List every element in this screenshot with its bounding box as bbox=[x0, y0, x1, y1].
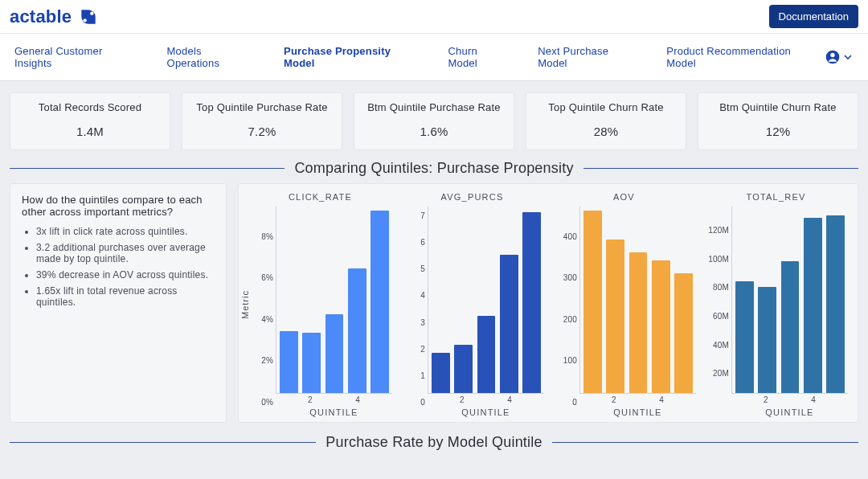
bar bbox=[522, 212, 541, 393]
y-ticks: 0%2%4%6%8% bbox=[249, 207, 276, 393]
kpi-value: 1.6% bbox=[361, 125, 507, 138]
nav-tab[interactable]: Product Recommendation Model bbox=[661, 34, 818, 80]
section-title: Purchase Rate by Model Quintile bbox=[326, 434, 542, 451]
bar bbox=[454, 345, 473, 393]
x-tick: 4 bbox=[811, 395, 816, 404]
user-menu[interactable] bbox=[818, 43, 858, 72]
x-ticks: 24 bbox=[428, 394, 544, 404]
kpi-value: 7.2% bbox=[189, 125, 335, 138]
y-ticks: 20M40M60M80M100M120M bbox=[705, 207, 732, 393]
chart-panel: TOTAL_REV20M40M60M80M100M120M24QUINTILE bbox=[704, 192, 848, 417]
bar bbox=[371, 211, 389, 393]
y-tick: 60M bbox=[713, 311, 729, 320]
nav-tab[interactable]: Churn Model bbox=[443, 34, 510, 80]
kpi-card: Btm Quintile Churn Rate12% bbox=[698, 92, 858, 150]
bar bbox=[583, 211, 602, 393]
note-bullet: 3x lift in click rate across quintiles. bbox=[36, 226, 215, 237]
svg-point-3 bbox=[830, 53, 834, 57]
note-bullets: 3x lift in click rate across quintiles.3… bbox=[22, 226, 215, 308]
y-tick: 2 bbox=[420, 344, 425, 353]
bar bbox=[302, 333, 321, 393]
divider bbox=[552, 442, 858, 443]
y-tick: 0% bbox=[261, 398, 273, 407]
chart-plot: 01234567 bbox=[428, 207, 544, 394]
y-tick: 6 bbox=[420, 238, 425, 247]
bar bbox=[500, 255, 518, 393]
kpi-label: Btm Quintile Purchase Rate bbox=[361, 101, 507, 113]
y-tick: 5 bbox=[420, 264, 425, 273]
y-tick: 4% bbox=[261, 314, 273, 323]
kpi-card: Total Records Scored1.4M bbox=[10, 92, 170, 150]
kpi-row: Total Records Scored1.4MTop Quintile Pur… bbox=[0, 81, 868, 157]
y-tick: 4 bbox=[420, 291, 425, 300]
y-tick: 100M bbox=[708, 254, 729, 263]
bar bbox=[735, 281, 754, 393]
bar bbox=[758, 287, 776, 393]
nav-tab[interactable]: Next Purchase Model bbox=[533, 34, 639, 80]
kpi-label: Top Quintile Churn Rate bbox=[533, 101, 679, 113]
kpi-card: Top Quintile Churn Rate28% bbox=[526, 92, 686, 150]
kpi-card: Btm Quintile Purchase Rate1.6% bbox=[354, 92, 514, 150]
top-bar: actable Documentation bbox=[0, 0, 868, 34]
bar bbox=[674, 273, 693, 394]
y-tick: 80M bbox=[713, 283, 729, 292]
bar bbox=[326, 314, 344, 393]
x-tick: 2 bbox=[460, 395, 465, 404]
bar bbox=[629, 252, 648, 393]
y-tick: 7 bbox=[420, 211, 425, 220]
chevron-down-icon bbox=[844, 53, 852, 61]
chart-title: TOTAL_REV bbox=[704, 192, 848, 202]
kpi-label: Total Records Scored bbox=[17, 101, 163, 113]
note-bullet: 3.2 additional purchases over average ma… bbox=[36, 242, 215, 264]
divider bbox=[10, 442, 316, 443]
bar bbox=[652, 260, 670, 393]
quintile-charts: Metric CLICK_RATE0%2%4%6%8%24QUINTILEAVG… bbox=[248, 192, 848, 417]
section-heading-purchase-rate: Purchase Rate by Model Quintile bbox=[0, 431, 868, 457]
brand-mark-icon bbox=[78, 6, 99, 27]
bar bbox=[606, 240, 624, 393]
y-tick: 20M bbox=[713, 369, 729, 378]
y-tick: 400 bbox=[563, 231, 577, 240]
y-tick: 100 bbox=[563, 356, 577, 365]
chart-panel: AOV010020030040024QUINTILE bbox=[552, 192, 696, 417]
y-tick: 0 bbox=[572, 398, 577, 407]
insight-note: How do the quintiles compare to each oth… bbox=[10, 183, 227, 423]
chart-panel: CLICK_RATE0%2%4%6%8%24QUINTILE bbox=[248, 192, 392, 417]
nav-tab[interactable]: Models Operations bbox=[162, 34, 256, 80]
chart-plot: 0%2%4%6%8% bbox=[276, 207, 392, 394]
brand-logo: actable bbox=[10, 6, 99, 27]
x-tick: 4 bbox=[659, 395, 664, 404]
y-ticks: 01234567 bbox=[401, 207, 428, 393]
x-tick: 2 bbox=[308, 395, 313, 404]
bar bbox=[477, 316, 496, 393]
x-tick: 2 bbox=[764, 395, 768, 404]
x-axis-label: QUINTILE bbox=[276, 407, 392, 417]
y-tick: 2% bbox=[261, 356, 273, 365]
x-axis-label: QUINTILE bbox=[731, 407, 848, 417]
x-ticks: 24 bbox=[276, 394, 392, 404]
y-tick: 300 bbox=[563, 273, 577, 282]
svg-point-1 bbox=[84, 18, 87, 22]
kpi-label: Top Quintile Purchase Rate bbox=[189, 101, 335, 113]
bar bbox=[432, 353, 450, 393]
x-tick: 4 bbox=[507, 395, 512, 404]
bar bbox=[781, 261, 800, 393]
note-bullet: 39% decrease in AOV across quintiles. bbox=[36, 269, 215, 280]
svg-point-0 bbox=[90, 11, 93, 14]
y-tick: 3 bbox=[420, 317, 425, 326]
y-tick: 200 bbox=[563, 314, 577, 323]
nav-tab[interactable]: Purchase Propensity Model bbox=[279, 34, 420, 80]
nav-tab[interactable]: General Customer Insights bbox=[10, 34, 140, 80]
nav-tabs: General Customer InsightsModels Operatio… bbox=[10, 34, 818, 80]
documentation-button[interactable]: Documentation bbox=[769, 5, 858, 28]
y-ticks: 0100200300400 bbox=[553, 207, 580, 393]
kpi-value: 28% bbox=[533, 125, 679, 138]
y-tick: 6% bbox=[261, 273, 273, 282]
x-ticks: 24 bbox=[731, 394, 848, 404]
user-icon bbox=[825, 49, 841, 65]
divider bbox=[583, 168, 858, 169]
bar bbox=[826, 215, 845, 393]
bar bbox=[348, 268, 366, 393]
y-tick: 120M bbox=[708, 225, 729, 234]
kpi-value: 1.4M bbox=[17, 125, 163, 138]
